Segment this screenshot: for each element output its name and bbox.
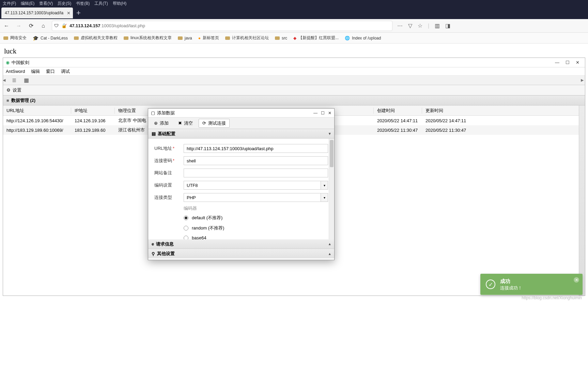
new-tab-button[interactable]: + xyxy=(76,9,81,17)
home-button[interactable]: ⌂ xyxy=(40,22,47,30)
app-titlebar[interactable]: ◉ 中国蚁剑 — ☐ ✕ xyxy=(3,58,585,67)
close-button[interactable]: ✕ xyxy=(576,60,579,65)
bookmark-item[interactable]: ◆【新提醒】红黑联盟... xyxy=(293,35,339,41)
menu-help[interactable]: 帮助(H) xyxy=(113,1,127,6)
radio-icon[interactable] xyxy=(184,236,188,240)
modal-toolbar: ⊕添加 ✖清空 ⟳测试连接 xyxy=(148,117,334,129)
library-icon[interactable]: ▥ xyxy=(435,22,440,29)
tabbar: 47.113.124.157:10003/upload/la ✕ + xyxy=(0,7,588,19)
nav-row: ← → ⟳ ⌂ 🛡 🔒̸ 47.113.124.157:10003/upload… xyxy=(0,19,588,33)
data-panel-title: 数据管理 (2) xyxy=(11,97,36,104)
maximize-button[interactable]: ☐ xyxy=(566,60,570,65)
chevron-up-icon: ▴ xyxy=(329,252,331,256)
password-input[interactable] xyxy=(184,156,328,165)
row-remark: 网站备注 xyxy=(154,169,328,177)
forward-button[interactable]: → xyxy=(15,22,22,30)
settings-bar[interactable]: ⚙ 设置 xyxy=(3,85,585,95)
type-select[interactable] xyxy=(184,193,328,202)
modal-titlebar[interactable]: ▢ 添加数据 — ☐ ✕ xyxy=(148,109,334,117)
pocket-icon[interactable]: ▽ xyxy=(408,22,412,29)
bookmark-item[interactable]: linux系统相关教程文章 xyxy=(124,35,172,41)
url-bar[interactable]: 🛡 🔒̸ 47.113.124.157:10003/upload/last.ph… xyxy=(52,21,392,31)
add-button[interactable]: ⊕添加 xyxy=(150,119,172,128)
request-info-header[interactable]: e 请求信息 ▴ xyxy=(148,239,334,249)
toast-close-button[interactable]: ✕ xyxy=(574,277,579,283)
sidebar-icon[interactable]: ◨ xyxy=(445,22,450,29)
bookmark-item[interactable]: 虚拟机相关文章教程 xyxy=(74,35,118,41)
test-connection-button[interactable]: ⟳测试连接 xyxy=(199,119,230,128)
menu-bookmarks[interactable]: 书签(B) xyxy=(76,1,90,6)
col-url[interactable]: URL地址 xyxy=(3,108,71,114)
menu-view[interactable]: 查看(V) xyxy=(39,1,53,6)
menu-edit[interactable]: 编辑 xyxy=(31,68,40,75)
grid-view-button[interactable]: ▦ xyxy=(21,77,31,84)
bookmark-item[interactable]: 🎓Cat - DarkLess xyxy=(33,35,68,41)
bookmark-item[interactable]: 🌐Index of /upload xyxy=(345,36,381,41)
scrollbar[interactable] xyxy=(329,139,334,239)
radio-icon[interactable] xyxy=(184,226,188,231)
minimize-button[interactable]: — xyxy=(313,111,318,115)
bookmark-item[interactable]: src xyxy=(275,36,287,41)
folder-icon xyxy=(124,36,128,40)
list-view-button[interactable]: ≣ xyxy=(9,77,19,84)
bookmark-item[interactable]: java xyxy=(178,36,192,41)
row-password: 连接密码* xyxy=(154,156,328,165)
x-icon: ✖ xyxy=(178,121,182,126)
url-input[interactable] xyxy=(184,144,328,153)
menu-antsword[interactable]: AntSword xyxy=(6,69,25,74)
menu-file[interactable]: 文件(F) xyxy=(3,1,16,6)
app-toolbar: ◀ ≣ ▦ ▶ xyxy=(3,76,585,85)
close-button[interactable]: ✕ xyxy=(328,111,331,115)
menu-history[interactable]: 历史(S) xyxy=(58,1,71,6)
app-menubar[interactable]: AntSword 编辑 窗口 调试 xyxy=(3,67,585,76)
menu-debug[interactable]: 调试 xyxy=(61,68,70,75)
encoding-select[interactable] xyxy=(184,181,328,190)
chevron-up-icon: ▴ xyxy=(329,242,331,246)
chevron-down-icon[interactable]: ▾ xyxy=(321,181,328,190)
meatball-icon[interactable]: ⋯ xyxy=(397,22,403,29)
browser-tab[interactable]: 47.113.124.157:10003/upload/la ✕ xyxy=(1,7,73,18)
back-button[interactable]: ← xyxy=(3,22,10,30)
folder-icon xyxy=(275,36,280,40)
data-panel-header[interactable]: ≡ 数据管理 (2) xyxy=(3,95,585,106)
bookmark-item[interactable]: ●新标签页 xyxy=(198,35,219,41)
browser-menubar[interactable]: 文件(F) 编辑(E) 查看(V) 历史(S) 书签(B) 工具(T) 帮助(H… xyxy=(0,0,588,7)
encoder-option[interactable]: base64 xyxy=(184,235,328,239)
url-text: 47.113.124.157:10003/upload/last.php xyxy=(69,23,145,28)
col-updated[interactable]: 更新时间 xyxy=(422,108,585,114)
watermark: https://blog.csdn.net/Xionghuimin xyxy=(522,296,582,300)
spinner-icon: ⟳ xyxy=(202,121,206,126)
col-ip[interactable]: IP地址 xyxy=(71,108,115,114)
tracking-shield-icon[interactable]: 🛡 xyxy=(54,23,59,28)
encoder-option[interactable]: random (不推荐) xyxy=(184,225,328,231)
bookmark-item[interactable]: 网络安全 xyxy=(3,35,27,41)
sliders-icon: ⚲ xyxy=(152,251,155,256)
row-url: URL地址* xyxy=(154,144,328,153)
close-tab-icon[interactable]: ✕ xyxy=(67,11,71,16)
remark-input[interactable] xyxy=(184,169,328,177)
menu-tools[interactable]: 工具(T) xyxy=(94,1,108,6)
menu-window[interactable]: 窗口 xyxy=(46,68,55,75)
bookmark-item[interactable]: 计算机相关社区论坛 xyxy=(225,35,269,41)
toast-message: 成功连接成功！ xyxy=(500,277,522,291)
reload-button[interactable]: ⟳ xyxy=(27,22,35,30)
alert-icon: ◆ xyxy=(293,36,296,41)
basic-config-header[interactable]: ▤ 基础配置 ▾ xyxy=(148,129,334,139)
chevron-down-icon[interactable]: ▾ xyxy=(321,193,328,202)
bookmarks-bar[interactable]: 网络安全 🎓Cat - DarkLess 虚拟机相关文章教程 linux系统相关… xyxy=(0,33,588,44)
hat-icon: 🎓 xyxy=(33,35,38,41)
scroll-right-icon[interactable]: ▶ xyxy=(581,78,584,82)
maximize-button[interactable]: ☐ xyxy=(321,111,325,115)
other-settings-header[interactable]: ⚲ 其他设置 ▴ xyxy=(148,249,334,258)
scroll-left-icon[interactable]: ◀ xyxy=(3,78,5,82)
row-encoding: 编码设置 ▾ xyxy=(154,181,328,190)
side-panel-collapsed[interactable] xyxy=(579,106,585,296)
minimize-button[interactable]: — xyxy=(555,60,559,65)
scroll-thumb[interactable] xyxy=(330,140,334,167)
radio-icon[interactable] xyxy=(184,216,188,220)
encoder-option[interactable]: default (不推荐) xyxy=(184,215,328,221)
star-icon[interactable]: ☆ xyxy=(418,22,422,29)
col-created[interactable]: 创建时间 xyxy=(374,108,422,114)
clear-button[interactable]: ✖清空 xyxy=(174,119,197,128)
menu-edit[interactable]: 编辑(E) xyxy=(21,1,34,6)
